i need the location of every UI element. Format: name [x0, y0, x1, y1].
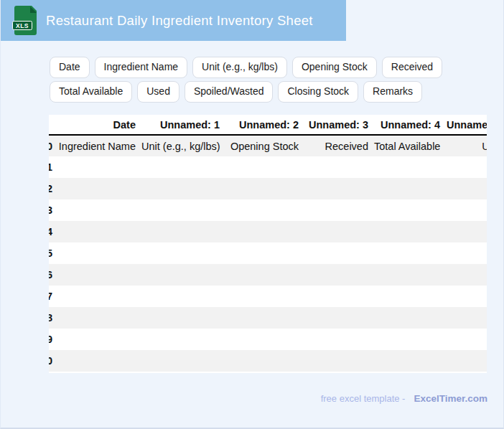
table-row: 8 [49, 307, 487, 329]
table-cell [225, 286, 304, 307]
table-cell [446, 350, 487, 372]
column-header: Date [58, 115, 141, 135]
table-body: 0Ingredient NameUnit (e.g., kg/lbs)Openi… [49, 135, 487, 372]
table-cell [225, 329, 304, 350]
table-cell: Total Available [374, 135, 446, 156]
table-cell [374, 350, 446, 372]
chips-row: DateIngredient NameUnit (e.g., kg/lbs)Op… [50, 57, 443, 103]
table-row: 9 [49, 329, 487, 350]
table-cell: Used [446, 135, 487, 156]
title-banner: XLS Restaurant Daily Ingredient Inventor… [1, 0, 346, 41]
table-viewport: DateUnnamed: 1Unnamed: 2Unnamed: 3Unname… [49, 115, 487, 373]
table-cell [58, 242, 141, 264]
footer-text: free excel template - [321, 393, 406, 404]
table-cell [58, 156, 141, 178]
footer-brand-link[interactable]: ExcelTimer.com [414, 393, 487, 404]
row-index: 4 [49, 221, 58, 242]
table-cell [374, 199, 446, 221]
row-index: 2 [49, 178, 58, 199]
table-cell [141, 329, 225, 350]
table-cell [446, 199, 487, 221]
table-cell [58, 307, 141, 329]
xls-fold-icon [30, 6, 37, 13]
table-row: 10 [49, 350, 487, 372]
column-header: Unnamed: 3 [304, 115, 374, 135]
table-row: 4 [49, 221, 487, 242]
table-cell [446, 264, 487, 286]
table-cell [304, 350, 374, 372]
table-cell: Ingredient Name [58, 135, 141, 156]
chip-unit-e-g-kg-lbs[interactable]: Unit (e.g., kg/lbs) [192, 57, 287, 78]
table-cell [225, 242, 304, 264]
table-cell [304, 264, 374, 286]
table-cell [446, 242, 487, 264]
chip-remarks[interactable]: Remarks [363, 81, 422, 103]
table-cell [374, 221, 446, 242]
table-cell [225, 264, 304, 286]
table-head: DateUnnamed: 1Unnamed: 2Unnamed: 3Unname… [49, 115, 487, 135]
table-cell [225, 199, 304, 221]
row-index: 0 [49, 135, 58, 156]
table-cell [304, 221, 374, 242]
table-cell [141, 350, 225, 372]
table-cell [374, 264, 446, 286]
xls-badge: XLS [12, 21, 32, 30]
table-cell [141, 156, 225, 178]
chip-closing-stock[interactable]: Closing Stock [278, 81, 358, 103]
table-cell [58, 264, 141, 286]
chip-used[interactable]: Used [137, 81, 179, 103]
table-cell [304, 242, 374, 264]
table-cell [141, 264, 225, 286]
table-cell: Received [304, 135, 374, 156]
table-cell [58, 199, 141, 221]
footer: free excel template - ExcelTimer.com [321, 393, 487, 404]
table-cell [141, 242, 225, 264]
table-cell [374, 329, 446, 350]
table-row: 0Ingredient NameUnit (e.g., kg/lbs)Openi… [49, 135, 487, 156]
table-cell [446, 286, 487, 307]
table-cell [304, 199, 374, 221]
column-header: Unnamed: 2 [225, 115, 304, 135]
table-cell [374, 156, 446, 178]
table-cell [141, 199, 225, 221]
row-index: 5 [49, 242, 58, 264]
table-row: 1 [49, 156, 487, 178]
table-cell [374, 286, 446, 307]
table-cell: Unit (e.g., kg/lbs) [141, 135, 225, 156]
table-cell [58, 329, 141, 350]
chip-total-available[interactable]: Total Available [50, 81, 132, 103]
table-cell [225, 178, 304, 199]
chip-ingredient-name[interactable]: Ingredient Name [95, 57, 188, 78]
table-cell [225, 156, 304, 178]
table-cell [141, 307, 225, 329]
table-cell [58, 286, 141, 307]
table-cell [141, 286, 225, 307]
table-cell [304, 156, 374, 178]
page: { "header": { "title": "Restaurant Daily… [0, 0, 504, 429]
table-cell [141, 221, 225, 242]
table-cell [446, 178, 487, 199]
chip-date[interactable]: Date [50, 57, 90, 78]
table-cell [446, 221, 487, 242]
table-header-row: DateUnnamed: 1Unnamed: 2Unnamed: 3Unname… [49, 115, 487, 135]
table-cell [446, 329, 487, 350]
table-cell [446, 307, 487, 329]
table-row: 5 [49, 242, 487, 264]
chip-opening-stock[interactable]: Opening Stock [292, 57, 377, 78]
table-cell [225, 221, 304, 242]
table-cell [58, 221, 141, 242]
table-cell [374, 242, 446, 264]
table-cell [446, 156, 487, 178]
table-cell [304, 329, 374, 350]
column-header: Unnamed: 5 [446, 115, 487, 135]
table-row: 3 [49, 199, 487, 221]
chip-received[interactable]: Received [382, 57, 442, 78]
index-column-header [49, 115, 58, 135]
chip-spoiled-wasted[interactable]: Spoiled/Wasted [185, 81, 274, 103]
table-cell: Opening Stock [225, 135, 304, 156]
table-cell [58, 350, 141, 372]
row-index: 10 [49, 350, 58, 372]
table-cell [304, 178, 374, 199]
xls-file-icon: XLS [12, 6, 37, 35]
table-row: 7 [49, 286, 487, 307]
